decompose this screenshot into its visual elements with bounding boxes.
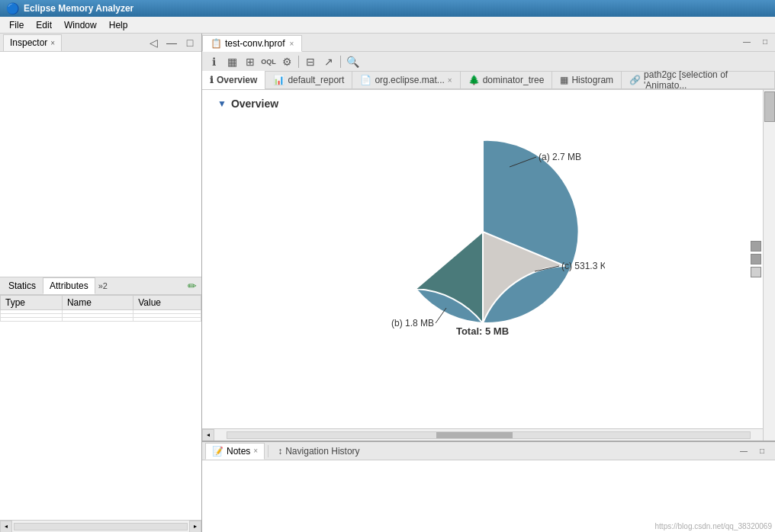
right-panel: 📋 test-conv.hprof × — □ ℹ ▦ ⊞ OQL ⚙ ⊟ ↗ … [202, 34, 775, 532]
tab-overview-icon: ℹ [210, 75, 214, 85]
col-type: Type [1, 296, 63, 310]
bar-chart-btn[interactable]: ▦ [223, 53, 240, 70]
nav-history-label: Navigation History [285, 446, 359, 457]
col-name: Name [62, 296, 133, 310]
overview-title-text: Overview [231, 98, 278, 110]
menu-window[interactable]: Window [58, 18, 103, 32]
inspector-tab-label: Inspector [10, 37, 47, 48]
search-btn[interactable]: 🔍 [344, 53, 361, 70]
notes-tab-icon: 📝 [212, 446, 223, 457]
overview-title: ▼ Overview [217, 98, 748, 110]
nav-icon: ↕ [278, 446, 282, 457]
inner-tab-bar: Statics Attributes »2 ✏ [0, 277, 201, 295]
left-scroll[interactable]: ◂ ▸ [0, 520, 201, 532]
notes-tab-label: Notes [227, 446, 250, 457]
export-btn[interactable]: ↗ [320, 53, 337, 70]
info-btn[interactable]: ℹ [205, 53, 222, 70]
view-buttons [751, 241, 761, 277]
notes-tab[interactable]: 📝 Notes × [205, 443, 265, 460]
tab-path2gc-icon: 🔗 [629, 75, 641, 85]
col-value: Value [133, 296, 201, 310]
editor-tab-bar: 📋 test-conv.hprof × — □ [202, 34, 775, 52]
inspector-minimize-btn[interactable]: — [163, 34, 180, 51]
inspector-tab-close[interactable]: × [50, 39, 55, 47]
tab-report-icon: 📊 [273, 75, 285, 85]
attr-table: Type Name Value [0, 295, 201, 322]
grid-btn[interactable]: ⊞ [242, 53, 259, 70]
oql-btn[interactable]: OQL [260, 53, 277, 70]
table-row [1, 318, 201, 322]
inspector-maximize-btn[interactable]: □ [182, 34, 198, 51]
view-btn-2[interactable] [751, 254, 761, 264]
app-title: Eclipse Memory Analyzer [24, 3, 133, 14]
tab-path2gc-label: path2gc [selection of 'Animato... [644, 69, 767, 91]
editor-tab-label: test-conv.hprof [225, 38, 285, 49]
left-panel: Inspector × ◁ — □ Statics Attributes »2 … [0, 34, 202, 532]
statics-tab[interactable]: Statics [2, 277, 43, 294]
notes-maximize-btn[interactable]: □ [754, 443, 770, 460]
tab-org-eclipse[interactable]: 📄 org.eclipse.mat... × [352, 71, 460, 89]
menu-help[interactable]: Help [103, 18, 134, 32]
tab-histogram[interactable]: ▦ Histogram [552, 71, 622, 89]
pie-label-c: (c) 531.3 KB [561, 261, 605, 271]
layout-btn[interactable]: ⊟ [302, 53, 319, 70]
inspector-back-btn[interactable]: ◁ [145, 34, 162, 51]
editor-maximize-btn[interactable]: □ [757, 33, 773, 50]
scroll-right-arrow[interactable]: ▸ [189, 521, 201, 533]
scroll-thumb[interactable] [436, 432, 513, 438]
editor-minimize-btn[interactable]: — [738, 33, 755, 50]
inspector-tab[interactable]: Inspector × [3, 34, 62, 51]
editor-tab-close[interactable]: × [289, 40, 294, 48]
statics-label: Statics [8, 280, 36, 291]
pie-chart-area: (a) 2.7 MB (b) 1.8 MB (c) 531.3 KB Total… [361, 125, 605, 354]
more-tabs[interactable]: »2 [95, 280, 111, 292]
menu-file[interactable]: File [3, 18, 30, 32]
attributes-label: Attributes [50, 280, 88, 291]
tab-dominator[interactable]: 🌲 dominator_tree [461, 71, 553, 89]
notes-panel: 📝 Notes × ↕ Navigation History — □ [202, 441, 775, 532]
scroll-thumb[interactable] [764, 91, 775, 122]
menu-bar: File Edit Window Help [0, 17, 775, 34]
right-scrollbar[interactable] [763, 90, 775, 441]
watermark: https://blog.csdn.net/qq_38320069 [655, 522, 772, 530]
tab-report-label: default_report [288, 75, 344, 85]
tab-eclipse-close[interactable]: × [448, 76, 452, 85]
attributes-tab[interactable]: Attributes [43, 277, 95, 294]
edit-btn[interactable]: ✏ [185, 278, 200, 293]
tab-overview[interactable]: ℹ Overview [202, 71, 265, 89]
settings-btn[interactable]: ⚙ [278, 53, 295, 70]
nav-history-tab[interactable]: ↕ Navigation History [272, 443, 365, 460]
content-tabs: ℹ Overview 📊 default_report 📄 org.eclips… [202, 72, 775, 90]
tab-path2gc[interactable]: 🔗 path2gc [selection of 'Animato... [622, 71, 775, 89]
scroll-track[interactable] [227, 431, 751, 439]
bottom-scroll[interactable]: ◂ ▸ [202, 428, 775, 441]
overview-arrow[interactable]: ▼ [217, 98, 227, 109]
editor-tab-hprof[interactable]: 📋 test-conv.hprof × [202, 35, 302, 52]
pie-container: (a) 2.7 MB (b) 1.8 MB (c) 531.3 KB Total… [217, 117, 748, 361]
pie-chart-svg: (a) 2.7 MB (b) 1.8 MB (c) 531.3 KB [361, 125, 605, 338]
view-btn-1[interactable] [751, 241, 761, 252]
notes-content[interactable] [202, 460, 775, 532]
tab-overview-label: Overview [217, 75, 257, 85]
tab-eclipse-icon: 📄 [360, 75, 371, 85]
tab-separator [268, 445, 269, 457]
pie-label-a: (a) 2.7 MB [539, 152, 581, 162]
menu-edit[interactable]: Edit [30, 18, 58, 32]
pie-label-b: (b) 1.8 MB [391, 318, 434, 328]
notes-minimize-btn[interactable]: — [735, 443, 752, 460]
scroll-left-btn[interactable]: ◂ [202, 429, 214, 441]
overview-section: ▼ Overview [202, 90, 775, 428]
scroll-track[interactable] [14, 523, 188, 530]
notes-tab-close[interactable]: × [253, 447, 258, 455]
tab-histogram-icon: ▦ [560, 75, 568, 85]
more-tabs-label: »2 [98, 281, 108, 290]
tab-eclipse-label: org.eclipse.mat... [375, 75, 444, 85]
attr-area: Type Name Value [0, 295, 201, 520]
content-area: ▼ Overview [202, 90, 775, 441]
inspector-tab-bar: Inspector × ◁ — □ [0, 34, 201, 52]
scroll-left-arrow[interactable]: ◂ [0, 521, 12, 533]
app-icon: 🔵 [6, 2, 19, 14]
tab-dominator-label: dominator_tree [483, 75, 545, 85]
view-btn-3[interactable] [751, 267, 761, 277]
tab-default-report[interactable]: 📊 default_report [265, 71, 352, 89]
